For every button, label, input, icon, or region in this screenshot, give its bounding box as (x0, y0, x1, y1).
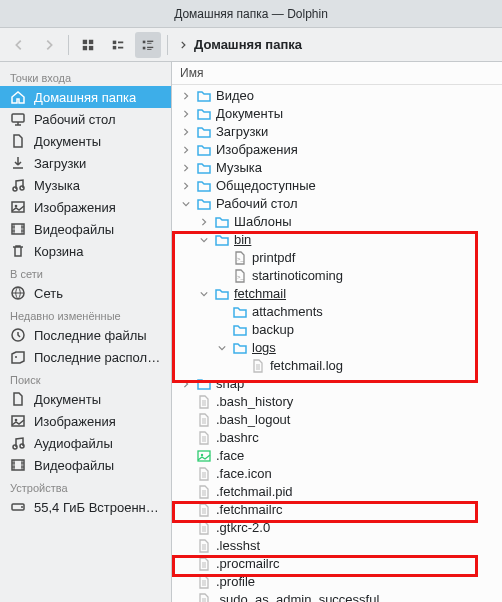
tree-row[interactable]: .procmailrc (172, 555, 502, 573)
file-icon (196, 484, 212, 500)
sidebar-item-label: Загрузки (34, 156, 86, 171)
tree-row[interactable]: .bash_logout (172, 411, 502, 429)
tree-row[interactable]: Шаблоны (172, 213, 502, 231)
tree-item-name: Видео (216, 87, 254, 105)
sidebar-item[interactable]: Документы (0, 130, 171, 152)
sidebar-item-label: Видеофайлы (34, 458, 114, 473)
drive-icon (10, 499, 26, 515)
expand-icon[interactable] (182, 182, 196, 190)
chevron-right-icon (42, 38, 56, 52)
breadcrumb[interactable]: Домашняя папка (194, 37, 302, 52)
tree-row[interactable]: .face.icon (172, 465, 502, 483)
tree-item-name: Изображения (216, 141, 298, 159)
folder-icon (214, 286, 230, 302)
expand-collapse-icon[interactable] (182, 200, 196, 208)
tree-row[interactable]: backup (172, 321, 502, 339)
sidebar-item[interactable]: Последние располо… (0, 346, 171, 368)
tree-row[interactable]: .face (172, 447, 502, 465)
back-button[interactable] (6, 32, 32, 58)
expand-icon[interactable] (182, 128, 196, 136)
expand-icon[interactable] (182, 164, 196, 172)
music-icon (10, 177, 26, 193)
tree-row[interactable]: >_printpdf (172, 249, 502, 267)
recent-files-icon (10, 327, 26, 343)
tree-row[interactable]: .fetchmailrc (172, 501, 502, 519)
expand-icon[interactable] (182, 146, 196, 154)
image-icon (196, 448, 212, 464)
chevron-left-icon (12, 38, 26, 52)
view-details-button[interactable] (135, 32, 161, 58)
tree-row[interactable]: .gtkrc-2.0 (172, 519, 502, 537)
tree-item-name: printpdf (252, 249, 295, 267)
tree-item-name: .gtkrc-2.0 (216, 519, 270, 537)
tree-row[interactable]: >_startinoticoming (172, 267, 502, 285)
sidebar-item[interactable]: Изображения (0, 196, 171, 218)
tree-row[interactable]: logs (172, 339, 502, 357)
tree-row[interactable]: Музыка (172, 159, 502, 177)
tree-row[interactable]: .lesshst (172, 537, 502, 555)
audio-icon (10, 435, 26, 451)
sidebar-item-label: Видеофайлы (34, 222, 114, 237)
tree-row[interactable]: .bash_history (172, 393, 502, 411)
folder-icon (196, 178, 212, 194)
file-icon (196, 502, 212, 518)
toolbar: Домашняя папка (0, 28, 502, 62)
svg-point-33 (201, 454, 203, 456)
grid-icon (81, 38, 95, 52)
svg-point-18 (15, 205, 18, 208)
sidebar-section-header: Недавно изменённые (0, 304, 171, 324)
sidebar-item-label: Аудиофайлы (34, 436, 113, 451)
tree-item-name: .lesshst (216, 537, 260, 555)
tree-row[interactable]: Загрузки (172, 123, 502, 141)
sidebar-item[interactable]: Изображения (0, 410, 171, 432)
view-icons-button[interactable] (75, 32, 101, 58)
sidebar-item[interactable]: Аудиофайлы (0, 432, 171, 454)
tree-row[interactable]: fetchmail (172, 285, 502, 303)
view-compact-button[interactable] (105, 32, 131, 58)
expand-icon[interactable] (182, 92, 196, 100)
tree-row[interactable]: attachments (172, 303, 502, 321)
script-icon: >_ (232, 268, 248, 284)
sidebar-item[interactable]: Музыка (0, 174, 171, 196)
column-header-name[interactable]: Имя (172, 62, 502, 85)
tree-row[interactable]: bin (172, 231, 502, 249)
folder-icon (196, 196, 212, 212)
tree-row[interactable]: Видео (172, 87, 502, 105)
sidebar-item[interactable]: Видеофайлы (0, 454, 171, 476)
tree-row[interactable]: Рабочий стол (172, 195, 502, 213)
sidebar-section-header: Точки входа (0, 66, 171, 86)
expand-collapse-icon[interactable] (200, 236, 214, 244)
sidebar-item[interactable]: Рабочий стол (0, 108, 171, 130)
sidebar-section-header: Поиск (0, 368, 171, 388)
tree-item-name: Загрузки (216, 123, 268, 141)
tree-row[interactable]: .bashrc (172, 429, 502, 447)
sidebar-item[interactable]: Документы (0, 388, 171, 410)
tree-row[interactable]: .sudo_as_admin_successful (172, 591, 502, 602)
tree-row[interactable]: Документы (172, 105, 502, 123)
sidebar-item[interactable]: 55,4 ГиБ Встроенны… (0, 496, 171, 518)
svg-text:>_: >_ (237, 274, 245, 280)
tree-row[interactable]: .fetchmail.pid (172, 483, 502, 501)
tree-row[interactable]: Общедоступные (172, 177, 502, 195)
sidebar-item[interactable]: Последние файлы (0, 324, 171, 346)
sidebar-item[interactable]: Домашняя папка (0, 86, 171, 108)
tree-row[interactable]: snap (172, 375, 502, 393)
expand-icon[interactable] (200, 218, 214, 226)
pictures-icon (10, 413, 26, 429)
tree-row[interactable]: Изображения (172, 141, 502, 159)
tree-item-name: .sudo_as_admin_successful (216, 591, 379, 602)
sidebar-item[interactable]: Загрузки (0, 152, 171, 174)
forward-button[interactable] (36, 32, 62, 58)
expand-icon[interactable] (182, 380, 196, 388)
sidebar-item[interactable]: Видеофайлы (0, 218, 171, 240)
tree-row[interactable]: .profile (172, 573, 502, 591)
sidebar-item[interactable]: Сеть (0, 282, 171, 304)
file-icon (196, 520, 212, 536)
expand-collapse-icon[interactable] (218, 344, 232, 352)
sidebar-item[interactable]: Корзина (0, 240, 171, 262)
tree-row[interactable]: fetchmail.log (172, 357, 502, 375)
file-icon (196, 592, 212, 602)
expand-icon[interactable] (182, 110, 196, 118)
sidebar-section-header: Устройства (0, 476, 171, 496)
expand-collapse-icon[interactable] (200, 290, 214, 298)
